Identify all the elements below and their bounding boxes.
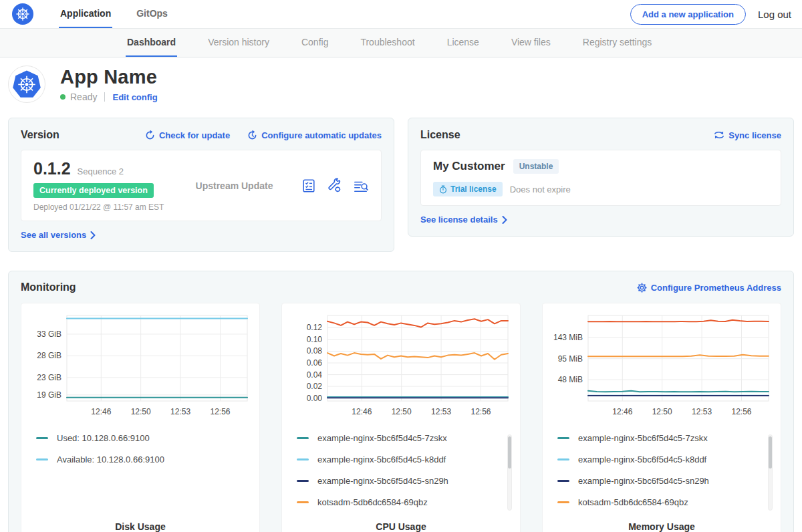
kubernetes-heptagon-icon (11, 69, 42, 100)
see-all-versions-link[interactable]: See all versions (21, 230, 96, 240)
app-name-title: App Name (60, 66, 158, 88)
legend-item: example-nginx-5bc6f5d4c5-k8ddf (557, 454, 762, 464)
app-status-text: Ready (70, 92, 97, 102)
svg-text:0.12: 0.12 (307, 323, 323, 332)
main-tab-application[interactable]: Application (59, 0, 112, 28)
legend-item: kotsadm-5db6dc6584-69qbz (297, 497, 501, 507)
legend-item: kotsadm-5db6dc6584-69qbz (557, 497, 762, 507)
sync-arrows-icon (714, 130, 724, 140)
check-for-update-link[interactable]: Check for update (145, 130, 230, 140)
legend-color-dash (557, 437, 569, 439)
svg-text:0.04: 0.04 (307, 370, 323, 380)
legend-scrollbar-thumb[interactable] (769, 436, 772, 469)
version-card: Version Check for update Configure au (8, 118, 394, 252)
logout-button[interactable]: Log out (758, 9, 791, 20)
disk-usage-chart: 33 GiB28 GiB23 GiB19 GiB12:4612:5012:531… (31, 310, 250, 424)
svg-text:48 MiB: 48 MiB (558, 375, 583, 384)
app-sub-nav: DashboardVersion historyConfigTroublesho… (0, 28, 802, 57)
svg-text:12:53: 12:53 (431, 407, 451, 416)
svg-text:0.08: 0.08 (307, 346, 323, 356)
ship-wheel-icon (15, 7, 30, 21)
add-application-button[interactable]: Add a new application (630, 4, 746, 25)
svg-text:143 MiB: 143 MiB (553, 333, 583, 342)
sub-tab-version-history[interactable]: Version history (207, 29, 271, 57)
legend-label: example-nginx-5bc6f5d4c5-k8ddf (578, 454, 706, 464)
memory-usage-chart: 143 MiB95 MiB48 MiB12:4612:5012:5312:56 (552, 310, 771, 424)
legend-scrollbar-track[interactable] (768, 434, 773, 511)
divider (104, 92, 105, 102)
disk-usage-legend: Used: 10.128.0.66:9100Available: 10.128.… (31, 433, 250, 517)
svg-text:12:56: 12:56 (210, 407, 230, 416)
main-tab-gitops[interactable]: GitOps (135, 0, 169, 28)
chevron-right-icon (90, 231, 96, 239)
sync-license-link[interactable]: Sync license (714, 130, 781, 140)
legend-scrollbar-track[interactable] (507, 434, 512, 511)
gear-icon (637, 283, 647, 293)
legend-color-dash (557, 480, 569, 482)
svg-text:95 MiB: 95 MiB (558, 354, 583, 364)
cpu-usage-legend: example-nginx-5bc6f5d4c5-7zskxexample-ng… (291, 433, 511, 517)
svg-text:12:53: 12:53 (692, 407, 712, 416)
legend-item: Available: 10.128.0.66:9100 (36, 454, 241, 464)
memory-usage-chart-card: 143 MiB95 MiB48 MiB12:4612:5012:5312:56 … (542, 303, 781, 532)
version-card-title: Version (21, 129, 59, 141)
legend-label: Used: 10.128.0.66:9100 (57, 433, 150, 443)
license-type-badge: Trial license (433, 182, 503, 196)
svg-text:33 GiB: 33 GiB (37, 329, 61, 339)
svg-text:12:53: 12:53 (170, 407, 190, 416)
legend-item: example-nginx-5bc6f5d4c5-sn29h (297, 476, 501, 486)
legend-label: example-nginx-5bc6f5d4c5-k8ddf (317, 454, 446, 464)
release-notes-icon[interactable] (301, 178, 316, 193)
channel-badge: Unstable (513, 159, 559, 174)
kubernetes-logo-icon[interactable] (12, 3, 33, 25)
current-version-row: 0.1.2 Sequence 2 Currently deployed vers… (21, 150, 382, 221)
svg-text:12:56: 12:56 (471, 407, 491, 416)
legend-label: example-nginx-5bc6f5d4c5-7zskx (317, 433, 447, 443)
legend-color-dash (36, 458, 48, 460)
svg-text:0.00: 0.00 (307, 394, 323, 403)
view-diff-icon[interactable] (353, 178, 369, 193)
legend-label: kotsadm-5db6dc6584-69qbz (317, 497, 428, 507)
top-nav: ApplicationGitOps Add a new application … (0, 0, 802, 28)
legend-label: example-nginx-5bc6f5d4c5-7zskx (578, 433, 708, 443)
legend-label: kotsadm-5db6dc6584-69qbz (578, 497, 688, 507)
legend-color-dash (36, 437, 48, 439)
svg-text:12:50: 12:50 (131, 407, 151, 416)
chart-title: Disk Usage (31, 517, 250, 532)
edit-config-link[interactable]: Edit config (112, 92, 157, 102)
monitoring-title: Monitoring (21, 281, 76, 293)
sub-tab-dashboard[interactable]: Dashboard (126, 29, 177, 57)
sub-tab-license[interactable]: License (446, 29, 481, 57)
edit-config-wrench-icon[interactable] (327, 178, 342, 193)
deployed-version-badge: Currently deployed version (33, 183, 154, 198)
legend-color-dash (297, 458, 309, 460)
sub-tab-registry-settings[interactable]: Registry settings (581, 29, 653, 57)
sub-tab-config[interactable]: Config (300, 29, 329, 57)
svg-text:12:46: 12:46 (352, 407, 372, 416)
legend-scrollbar-thumb[interactable] (508, 436, 511, 469)
legend-label: example-nginx-5bc6f5d4c5-sn29h (317, 476, 448, 486)
svg-text:12:46: 12:46 (91, 407, 111, 416)
sub-tab-troubleshoot[interactable]: Troubleshoot (359, 29, 416, 57)
memory-usage-legend: example-nginx-5bc6f5d4c5-7zskxexample-ng… (552, 433, 771, 517)
app-avatar (8, 65, 45, 103)
legend-item: Used: 10.128.0.66:9100 (36, 433, 241, 443)
disk-usage-chart-card: 33 GiB28 GiB23 GiB19 GiB12:4612:5012:531… (21, 303, 260, 532)
legend-item: example-nginx-5bc6f5d4c5-sn29h (557, 476, 762, 486)
license-summary: My Customer Unstable Trial license Does … (420, 150, 781, 206)
customer-name: My Customer (433, 160, 505, 173)
refresh-icon (145, 130, 155, 140)
svg-text:12:56: 12:56 (731, 407, 751, 416)
sub-tab-view-files[interactable]: View files (510, 29, 552, 57)
configure-automatic-updates-link[interactable]: Configure automatic updates (247, 130, 382, 140)
deployed-timestamp: Deployed 01/21/22 @ 11:57 am EST (33, 203, 187, 212)
legend-item: example-nginx-5bc6f5d4c5-7zskx (557, 433, 762, 443)
license-card-title: License (420, 129, 460, 141)
svg-text:23 GiB: 23 GiB (37, 373, 61, 382)
cpu-usage-chart-card: 0.120.100.080.060.040.020.0012:4612:5012… (281, 303, 521, 532)
see-license-details-link[interactable]: See license details (420, 215, 507, 225)
svg-text:0.06: 0.06 (307, 358, 323, 368)
chart-plot: 143 MiB95 MiB48 MiB12:4612:5012:5312:56 (552, 310, 773, 421)
app-header: App Name Ready Edit config (0, 57, 802, 112)
configure-prometheus-link[interactable]: Configure Prometheus Address (637, 283, 781, 293)
